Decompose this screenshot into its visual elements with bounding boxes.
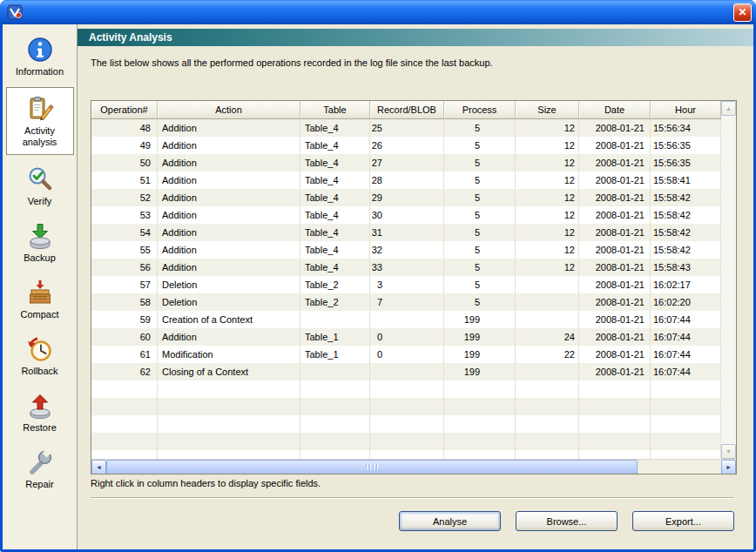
sidebar-item-rollback[interactable]: Rollback <box>6 330 74 381</box>
horizontal-scroll-thumb[interactable] <box>106 460 638 475</box>
sidebar-item-activity-analysis[interactable]: Activity analysis <box>6 87 74 155</box>
table-row[interactable]: 54AdditionTable_4315122008-01-2115:58:42 <box>91 224 721 241</box>
table-cell: Table_4 <box>300 224 370 241</box>
table-cell: Table_4 <box>300 154 370 172</box>
sidebar-item-restore[interactable]: Restore <box>6 387 74 438</box>
sidebar-item-information[interactable]: Information <box>6 30 74 82</box>
table-cell <box>370 380 444 398</box>
table-cell: 61 <box>91 346 158 363</box>
table-cell: 5 <box>444 241 516 259</box>
analyse-button[interactable]: Analyse <box>399 511 501 531</box>
table-cell: Addition <box>158 154 300 172</box>
table-row[interactable]: 48AdditionTable_4255122008-01-2115:56:34 <box>91 119 721 137</box>
vertical-scroll-track[interactable] <box>721 116 736 444</box>
table-cell: 15:58:43 <box>651 259 721 276</box>
table-cell: Addition <box>158 224 300 241</box>
sidebar-item-backup[interactable]: Backup <box>6 217 74 268</box>
table-cell: 53 <box>91 206 158 224</box>
table-cell: 12 <box>516 137 579 154</box>
table-row[interactable]: 50AdditionTable_4275122008-01-2115:56:35 <box>91 154 721 172</box>
table-cell <box>300 415 370 433</box>
table-row[interactable]: 61ModificationTable_10199222008-01-2116:… <box>91 346 721 363</box>
sidebar-item-compact[interactable]: Compact <box>6 273 74 325</box>
table-row[interactable]: 60AdditionTable_10199242008-01-2116:07:4… <box>91 328 721 346</box>
close-button[interactable]: ✕ <box>733 3 752 22</box>
scroll-down-icon[interactable] <box>721 444 736 459</box>
table-row[interactable]: 59Creation of a Context1992008-01-2116:0… <box>91 311 721 328</box>
browse-button[interactable]: Browse... <box>516 511 618 531</box>
table-cell <box>579 380 651 398</box>
column-header-size[interactable]: Size <box>516 101 579 118</box>
table-cell <box>651 380 721 398</box>
compact-press-icon <box>26 279 54 306</box>
table-cell <box>370 398 444 415</box>
table-row[interactable]: 57DeletionTable_2352008-01-2116:02:17 <box>91 276 721 293</box>
table-row[interactable]: 53AdditionTable_4305122008-01-2115:58:42 <box>91 206 721 224</box>
column-header-table[interactable]: Table <box>300 101 370 118</box>
table-cell: 3 <box>370 276 444 293</box>
table-cell: 12 <box>516 224 579 241</box>
table-cell: Table_4 <box>300 172 370 189</box>
restore-disk-icon <box>26 392 54 420</box>
vertical-scrollbar[interactable] <box>721 101 736 459</box>
table-cell <box>300 450 370 459</box>
titlebar[interactable]: ✕ <box>0 0 756 24</box>
sidebar-item-repair[interactable]: Repair <box>6 443 74 495</box>
column-header-date[interactable]: Date <box>579 101 651 118</box>
table-row[interactable]: 56AdditionTable_4335122008-01-2115:58:43 <box>91 259 721 276</box>
table-row[interactable]: 62Closing of a Context1992008-01-2116:07… <box>91 363 721 380</box>
horizontal-scroll-track[interactable] <box>106 460 721 474</box>
table-row[interactable]: 55AdditionTable_4325122008-01-2115:58:42 <box>91 241 721 259</box>
sidebar-item-label: Information <box>16 66 64 77</box>
table-cell: 62 <box>91 363 158 380</box>
scroll-left-icon[interactable] <box>91 460 106 475</box>
table-cell: 2008-01-21 <box>579 241 651 259</box>
column-header-operation-[interactable]: Operation# <box>91 101 158 118</box>
table-cell: 12 <box>516 172 579 189</box>
table-cell <box>158 415 300 433</box>
column-header-hour[interactable]: Hour <box>651 101 721 118</box>
sidebar-item-label: Activity analysis <box>7 125 73 148</box>
table-cell <box>516 433 579 450</box>
sidebar-item-verify[interactable]: Verify <box>6 160 74 212</box>
table-row[interactable]: 52AdditionTable_4295122008-01-2115:58:42 <box>91 189 721 206</box>
table-cell <box>651 415 721 433</box>
table-cell: 2008-01-21 <box>579 311 651 328</box>
table-cell: 5 <box>444 259 516 276</box>
table-cell <box>300 398 370 415</box>
backup-disk-icon <box>26 222 54 250</box>
table-cell: Table_2 <box>300 276 370 293</box>
table-cell: Addition <box>158 328 300 346</box>
table-row[interactable]: 51AdditionTable_4285122008-01-2115:58:41 <box>91 172 721 189</box>
sidebar-item-label: Verify <box>28 196 52 207</box>
main-panel: Activity Analysis The list below shows a… <box>78 24 753 549</box>
column-header-record-blob[interactable]: Record/BLOB <box>370 101 444 118</box>
scroll-right-icon[interactable] <box>721 460 736 475</box>
table-row[interactable]: 58DeletionTable_2752008-01-2116:02:20 <box>91 293 721 311</box>
table-cell: Table_4 <box>300 137 370 154</box>
table-cell: Addition <box>158 172 300 189</box>
column-header-process[interactable]: Process <box>444 101 516 118</box>
table-filler-row <box>91 433 721 450</box>
export-button[interactable]: Export... <box>632 511 734 531</box>
table-cell <box>579 450 651 459</box>
table-filler-row <box>91 450 721 459</box>
table-cell: 2008-01-21 <box>579 259 651 276</box>
magnifier-check-icon <box>26 165 54 193</box>
table-cell: Addition <box>158 119 300 137</box>
table-cell: Table_2 <box>300 293 370 311</box>
table-cell <box>300 363 370 380</box>
scroll-up-icon[interactable] <box>721 101 736 116</box>
table-cell: Table_4 <box>300 189 370 206</box>
table-cell <box>370 363 444 380</box>
horizontal-scrollbar[interactable] <box>91 459 736 474</box>
sidebar: Information Activity analysis <box>3 24 78 549</box>
table-cell <box>516 380 579 398</box>
table-row[interactable]: 49AdditionTable_4265122008-01-2115:56:35 <box>91 137 721 154</box>
table-cell: 15:58:42 <box>651 189 721 206</box>
table-cell: 2008-01-21 <box>579 276 651 293</box>
column-header-action[interactable]: Action <box>158 101 300 118</box>
table-cell <box>91 398 158 415</box>
table-cell <box>516 293 579 311</box>
table-cell: Table_1 <box>300 328 370 346</box>
